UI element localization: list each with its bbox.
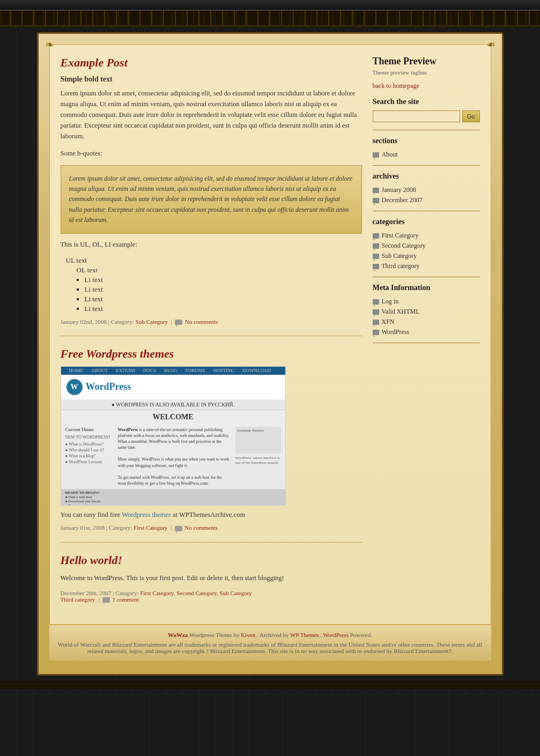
wp-nav-download: DOWNLOAD	[240, 367, 273, 374]
page-icon-dec	[373, 198, 379, 203]
post-body-1: Lorem ipsum dolor sit amet, consectetur …	[61, 88, 362, 142]
search-row: Go	[373, 110, 480, 122]
wp-theme-preview: Available Themes	[235, 427, 281, 454]
wp-logo-circle: W	[66, 379, 83, 395]
wp-logo-text: WordPress	[86, 381, 131, 392]
wp-content-area: Current Theme NEW TO WORDPRESS? ● What i…	[61, 424, 285, 490]
search-input[interactable]	[373, 110, 460, 122]
secondcat-link[interactable]: Second Category	[382, 242, 426, 250]
post-comments-link-2[interactable]: No comments	[184, 524, 217, 531]
post-title-link-2[interactable]: Free Wordpress themes	[61, 347, 174, 360]
wp-nav-extend: EXTEND	[113, 367, 138, 374]
wp-nav-hosting: HOSTING	[211, 367, 238, 374]
sidebar-item-dec2007[interactable]: December 2007	[373, 195, 480, 205]
post-bold-text: Simple bold text	[61, 75, 362, 84]
sections-title: sections	[373, 137, 480, 145]
page-icon-wordpress	[373, 330, 379, 335]
page-icon-xhtml	[373, 309, 379, 315]
firstcat-link[interactable]: First Category	[382, 232, 419, 240]
post-title-link-3[interactable]: Hello world!	[61, 553, 123, 567]
wordpress-themes-link[interactable]: Wordpress themes	[122, 511, 171, 518]
dec2007-link[interactable]: December 2007	[382, 196, 423, 204]
sidebar-item-secondcat[interactable]: Second Category	[373, 241, 480, 251]
search-title: Search the site	[373, 98, 480, 106]
wp-nav-home: HOME	[66, 367, 86, 374]
ul-label: UL text	[66, 256, 362, 265]
login-link[interactable]: Log in	[382, 298, 399, 306]
blockquote-box: Lorem ipsum dolor sit amet, consectetur …	[61, 165, 362, 234]
wp-footer-links: READY TO BEGIN? ● Find a web host ● Down…	[61, 489, 285, 505]
sidebar-item-xfn[interactable]: XFN	[373, 317, 480, 327]
post-title-link-1[interactable]: Example Post	[61, 56, 128, 69]
wp-right-col: Available Themes WordPress' admin interf…	[235, 427, 281, 487]
search-button[interactable]: Go	[462, 110, 480, 122]
sidebar-item-thirdcat[interactable]: Third category	[373, 261, 480, 271]
footer-text-1: Wordpress Theme by	[189, 632, 241, 638]
archives-divider	[373, 165, 480, 166]
list-item: Li text	[85, 285, 362, 294]
footer: WoWza Wordpress Theme by Kiven . Archive…	[49, 625, 491, 661]
post-title-3: Hello world!	[61, 553, 362, 567]
meta-title: Meta Information	[373, 284, 480, 292]
xfn-link[interactable]: XFN	[382, 318, 395, 326]
wp-image-inner: HOME ABOUT EXTEND DOCS BLOG FORUMS HOSTI…	[61, 367, 285, 505]
categories-title: categories	[373, 218, 480, 226]
list-section: UL text OL text Li text Li text Li text …	[61, 256, 362, 313]
bquotes-label: Some b-quotes:	[61, 148, 362, 159]
subcat-link[interactable]: Sub Category	[382, 252, 417, 260]
meta-end-divider	[373, 343, 480, 343]
jan2008-link[interactable]: January 2008	[382, 186, 416, 194]
wp-welcome: WELCOME	[61, 410, 285, 424]
footer-wowza-link[interactable]: WoWza	[168, 632, 188, 638]
sidebar-item-firstcat[interactable]: First Category	[373, 231, 480, 241]
blockquote-text: Lorem ipsum dolor sit amet, consectetur …	[69, 175, 353, 224]
footer-wpthemes-link[interactable]: WP Themes	[290, 632, 319, 638]
sidebar-item-subcat[interactable]: Sub Category	[373, 251, 480, 261]
wp-left-nav: Current Theme NEW TO WORDPRESS? ● What i…	[65, 427, 114, 487]
hw-cat-1[interactable]: First Category	[140, 590, 174, 596]
page-icon-about	[373, 152, 379, 158]
post-body-3: Welcome to WordPress. This is your first…	[61, 573, 362, 583]
back-link[interactable]: back to homepage	[373, 82, 480, 90]
footer-wordpress-link[interactable]: WordPress	[323, 632, 349, 638]
list-item: Li text	[85, 305, 362, 313]
post-category-link-1[interactable]: Sub Category	[136, 318, 168, 325]
xhtml-link[interactable]: Valid XHTML	[382, 308, 420, 316]
sidebar-item-jan2008[interactable]: January 2008	[373, 185, 480, 195]
li-list: Li text Li text Li text Li text	[85, 276, 362, 313]
sidebar-item-about[interactable]: About	[373, 150, 480, 160]
hw-cat-3[interactable]: Sub Category	[220, 590, 252, 596]
wp-admin-text: WordPress' admin interface is one of the…	[235, 456, 281, 465]
post-comments-link-1[interactable]: No comments	[185, 318, 218, 325]
list-item: Li text	[85, 295, 362, 303]
sidebar-item-wordpress[interactable]: WordPress	[373, 327, 480, 337]
post-hello: Hello world! Welcome to WordPress. This …	[61, 553, 362, 603]
sidebar-item-xhtml[interactable]: Valid XHTML	[373, 307, 480, 317]
sidebar: Theme Preview Theme preview tagline back…	[373, 56, 480, 613]
thirdcat-link[interactable]: Third category	[382, 262, 420, 270]
hw-cat-4[interactable]: Third category	[61, 596, 95, 603]
post-comments-link-3[interactable]: 1 comment	[113, 596, 139, 603]
hw-cat-2[interactable]: Second Category	[176, 590, 217, 596]
about-link[interactable]: About	[382, 151, 398, 159]
page-icon-jan	[373, 188, 379, 193]
archives-title: archives	[373, 172, 480, 181]
footer-kiven-link[interactable]: Kiven	[241, 632, 255, 638]
categories-divider	[373, 211, 480, 211]
sections-divider	[373, 130, 480, 130]
post-date-3: December 26th, 2007 | Category:	[61, 590, 139, 596]
top-bar	[0, 0, 540, 11]
post-date-2: January 01st, 2008 | Category:	[61, 524, 132, 531]
page-icon-login	[373, 299, 379, 305]
sidebar-item-login[interactable]: Log in	[373, 297, 480, 307]
wp-nav-about: ABOUT	[88, 367, 110, 374]
spike-bar	[0, 11, 540, 27]
page-icon-xfn	[373, 320, 379, 325]
post-wordpress: Free Wordpress themes HOME ABOUT EXTEND …	[61, 347, 362, 531]
page-icon-secondcat	[373, 243, 379, 249]
post-title-2: Free Wordpress themes	[61, 347, 362, 361]
wp-nav-forums: FORUMS	[183, 367, 208, 374]
wordpress-link[interactable]: WordPress	[382, 328, 410, 336]
bottom-bar	[0, 681, 540, 689]
post-category-link-2[interactable]: First Category	[134, 524, 167, 531]
